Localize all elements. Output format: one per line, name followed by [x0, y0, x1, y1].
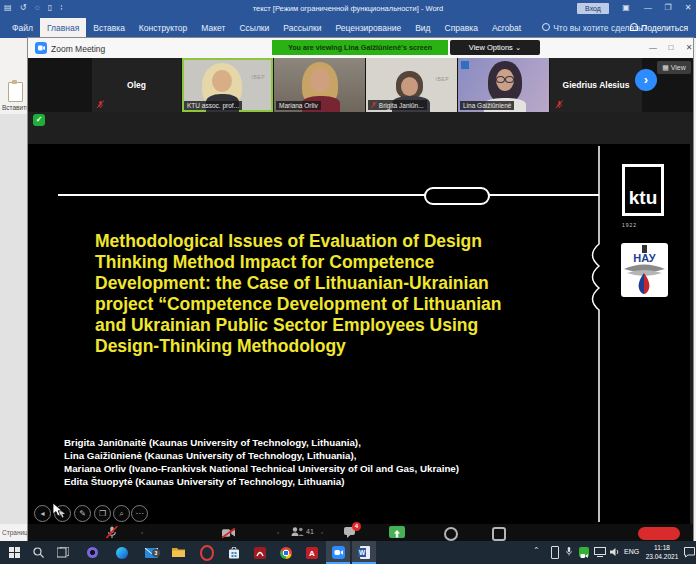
- leave-meeting-button[interactable]: [638, 527, 680, 540]
- word-minimize-button[interactable]: —: [640, 0, 656, 16]
- opera-icon[interactable]: [195, 541, 219, 564]
- reactions-button[interactable]: [492, 527, 506, 541]
- word-close-button[interactable]: ✕: [680, 0, 696, 16]
- word-window-title: текст [Режим ограниченной функциональнос…: [120, 0, 576, 18]
- paste-clipboard-icon[interactable]: [8, 82, 23, 102]
- participant-name: Giedrius Alesius: [550, 58, 642, 112]
- word-tab-references[interactable]: Ссылки: [232, 18, 276, 38]
- participant-video: [401, 77, 418, 96]
- participant-name: KTU assoc. prof...: [184, 101, 242, 110]
- slide-title: Methodological Issues of Evaluation of D…: [95, 231, 501, 357]
- video-tile-brigita[interactable]: IBEP Brigita Janiūn...: [366, 58, 457, 112]
- muted-mic-icon: [556, 100, 563, 109]
- zoom-maximize-button[interactable]: □: [664, 42, 678, 54]
- word-tab-mailings[interactable]: Рассылки: [276, 18, 328, 38]
- tray-zoom-icon[interactable]: [579, 547, 589, 557]
- store-icon[interactable]: [222, 541, 246, 564]
- word-document-edge: [0, 114, 28, 524]
- participants-options-chevron[interactable]: ⌃: [320, 531, 324, 537]
- tray-phone-icon[interactable]: [551, 546, 559, 559]
- word-ribbon-tabs: Файл Главная Вставка Конструктор Макет С…: [0, 18, 696, 38]
- word-tab-design[interactable]: Конструктор: [132, 18, 194, 38]
- slide-pill-shape: [424, 187, 490, 205]
- word-tab-review[interactable]: Рецензирование: [328, 18, 408, 38]
- view-options-dropdown[interactable]: View Options ⌄: [450, 40, 540, 55]
- annotation-draw-button[interactable]: ✎: [74, 505, 91, 522]
- word-signin-button[interactable]: Вход: [577, 3, 609, 14]
- mic-options-chevron[interactable]: ⌃: [140, 531, 144, 537]
- mail-badge: 3: [152, 549, 160, 557]
- word-tab-view[interactable]: Вид: [408, 18, 437, 38]
- video-tile-lina[interactable]: Lina Gaižiūnienė: [458, 58, 549, 112]
- zoom-taskbar-icon[interactable]: [326, 541, 350, 564]
- task-view-icon[interactable]: [51, 541, 75, 564]
- meeting-info-shield-icon[interactable]: ✓: [33, 114, 45, 126]
- file-explorer-icon[interactable]: [166, 541, 190, 564]
- word-taskbar-icon[interactable]: W: [352, 541, 376, 564]
- word-status-bar: Страниц: [0, 524, 30, 541]
- slide-authors: Brigita Janiūnaitė (Kaunas University of…: [64, 436, 459, 488]
- video-tile-mariana[interactable]: Mariana Orliv: [274, 58, 365, 112]
- mute-button[interactable]: [106, 526, 118, 539]
- participant-name: Mariana Orliv: [276, 101, 321, 110]
- action-center-icon[interactable]: [684, 547, 695, 558]
- tray-language[interactable]: ENG: [624, 548, 639, 555]
- next-participants-button[interactable]: ›: [635, 69, 657, 91]
- view-layout-button[interactable]: ▦ View: [657, 61, 691, 74]
- tray-volume-icon[interactable]: [610, 547, 620, 557]
- participants-count: 41: [306, 528, 314, 535]
- adobe-icon[interactable]: [248, 541, 272, 564]
- word-tab-insert[interactable]: Вставка: [86, 18, 132, 38]
- mail-icon[interactable]: 3: [139, 541, 163, 564]
- participants-button-icon[interactable]: [291, 527, 304, 537]
- stop-video-button[interactable]: [222, 528, 235, 538]
- search-icon[interactable]: [26, 541, 50, 564]
- zoom-minimize-button[interactable]: —: [646, 42, 660, 54]
- tray-chevron-up-icon[interactable]: ⌃: [533, 546, 540, 555]
- word-restore-button[interactable]: ❐: [660, 0, 676, 16]
- person-icon: [630, 23, 638, 31]
- annotation-back-button[interactable]: ◂: [34, 505, 51, 522]
- tray-time: 11:18: [638, 544, 686, 553]
- tray-display-icon[interactable]: [594, 547, 606, 557]
- slide-divider-line: [58, 194, 599, 196]
- annotation-zoom-button[interactable]: ⌕: [113, 505, 130, 522]
- tray-clock[interactable]: 11:18 23.04.2021: [638, 544, 686, 561]
- video-tile-oleg[interactable]: Oleg: [92, 58, 181, 112]
- participant-video: [310, 68, 330, 92]
- word-tab-help[interactable]: Справка: [438, 18, 485, 38]
- video-options-chevron[interactable]: ⌃: [276, 531, 280, 537]
- word-tab-layout[interactable]: Макет: [194, 18, 232, 38]
- tray-mic-icon[interactable]: [565, 546, 573, 557]
- annotation-more-button[interactable]: ⋯: [131, 505, 148, 522]
- virtual-background-logo: [461, 61, 469, 69]
- video-tile-giedrius[interactable]: Giedrius Alesius: [550, 58, 642, 112]
- word-share-button[interactable]: Поделиться: [630, 18, 688, 38]
- word-paste-label[interactable]: Вставить: [2, 104, 28, 111]
- crest-text: НАУ: [633, 252, 655, 264]
- mouse-cursor: [52, 503, 63, 517]
- annotation-snapshot-button[interactable]: ❒: [94, 505, 111, 522]
- word-tab-home[interactable]: Главная: [40, 18, 86, 38]
- chrome-icon[interactable]: [274, 541, 298, 564]
- video-tile-ktu-prof[interactable]: IBEP KTU assoc. prof...: [182, 58, 273, 112]
- acrobat-icon[interactable]: A: [300, 541, 324, 564]
- tray-date: 23.04.2021: [638, 553, 686, 562]
- word-tab-acrobat[interactable]: Acrobat: [485, 18, 528, 38]
- cortana-icon[interactable]: [80, 541, 104, 564]
- edge-icon[interactable]: [110, 541, 134, 564]
- word-ribbon-options-icon[interactable]: ▣: [618, 0, 634, 16]
- zoom-close-button[interactable]: ✕: [682, 42, 696, 54]
- word-quick-access-toolbar[interactable]: ▤ ↺ ◌ ▯ ⁞: [4, 3, 66, 12]
- zoom-app-icon: [35, 42, 47, 54]
- word-tab-file[interactable]: Файл: [0, 18, 40, 38]
- share-screen-button[interactable]: [389, 526, 405, 538]
- participant-name: Brigita Janiūn...: [368, 100, 427, 110]
- muted-mic-icon: [371, 101, 377, 109]
- chat-badge: 4: [352, 522, 361, 531]
- record-button[interactable]: [444, 527, 458, 541]
- muted-mic-icon: [97, 100, 104, 109]
- svg-text:A: A: [309, 549, 315, 558]
- start-button[interactable]: [2, 541, 26, 564]
- glasses-icon: [496, 76, 505, 83]
